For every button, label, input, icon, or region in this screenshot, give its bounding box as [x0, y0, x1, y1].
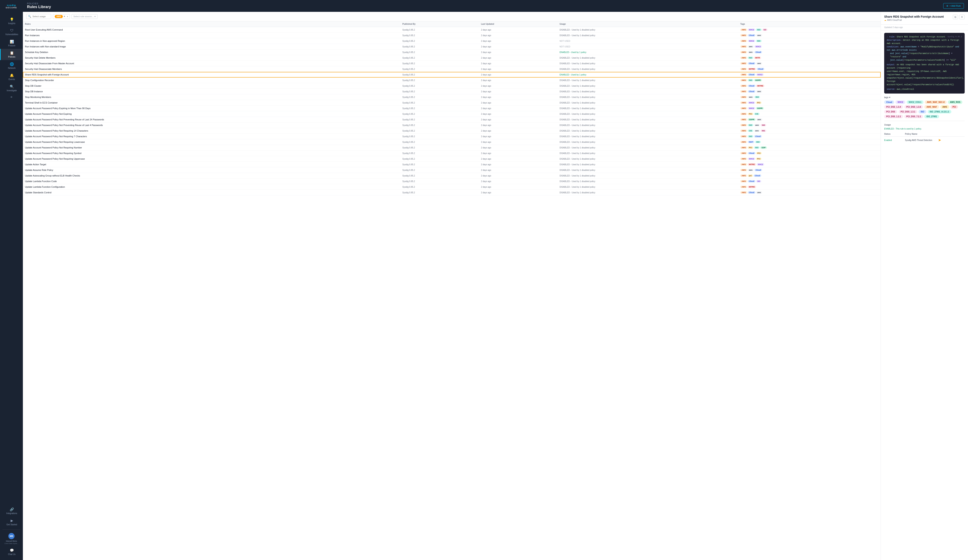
table-row[interactable]: Update Account Password Policy Not Preve…: [23, 117, 881, 122]
table-row[interactable]: Update Account Password Policy Not Requi…: [23, 139, 881, 145]
sidebar-item-events[interactable]: 🔔 Events: [0, 71, 23, 83]
rule-name[interactable]: Update Lambda Function Configuration: [23, 184, 400, 190]
table-row[interactable]: Root User Executing AWS Command Sysdig 0…: [23, 27, 881, 33]
rule-name[interactable]: Stop DB Cluster: [23, 83, 400, 89]
table-row[interactable]: Update Assume Role Policy Sysdig 0.85.2 …: [23, 167, 881, 173]
table-row[interactable]: Run Instances with Non-standard Image Sy…: [23, 44, 881, 50]
sidebar-item-policies[interactable]: 📋 Policies: [0, 49, 23, 60]
usage: DISABLED - Used by 1 disabled policy: [557, 27, 738, 33]
rule-name[interactable]: Run Instances in Non-approved Region: [23, 38, 400, 44]
user-avatar-item[interactable]: MB Manuel Beira Crest Data Syste...: [0, 531, 23, 546]
vulnerabilities-icon: 🛡: [10, 29, 13, 32]
rule-name[interactable]: Run Instances with Non-standard Image: [23, 44, 400, 50]
posture-icon: 📊: [10, 40, 14, 44]
dropdown-arrow-icon[interactable]: ▾: [67, 15, 68, 18]
table-panel: 🔍 AWS ✕ ▾ Select rule source... ▾: [23, 12, 881, 560]
rule-name[interactable]: Update Assume Role Policy: [23, 167, 400, 173]
last-updated: 2 days ago: [479, 38, 557, 44]
rule-name[interactable]: Root User Executing AWS Command: [23, 27, 400, 33]
rule-name[interactable]: Update Account Password Policy Not Requi…: [23, 139, 400, 145]
table-row[interactable]: Update Lambda Function Configuration Sys…: [23, 184, 881, 190]
table-row[interactable]: Update Account Password Policy Not Preve…: [23, 122, 881, 128]
rule-name[interactable]: Update Standards Control: [23, 190, 400, 195]
table-row[interactable]: Update Action Target Sysdig 0.85.2 2 day…: [23, 162, 881, 167]
search-box[interactable]: 🔍: [26, 14, 51, 19]
rule-name[interactable]: Update Account Password Policy Not Requi…: [23, 156, 400, 162]
rule-name[interactable]: Update Lambda Function Code: [23, 178, 400, 184]
add-rule-button[interactable]: ⊕ + Add Rule: [943, 3, 964, 9]
policy-row[interactable]: Enabled Sysdig AWS Threat Detection ➤: [884, 137, 965, 144]
usage-section: Usage ENABLED - This rule is used by 1 p…: [884, 121, 965, 144]
table-row[interactable]: Stop Configuration Recorder Sysdig 0.85.…: [23, 78, 881, 83]
sidebar-item-network[interactable]: 🌐 Network: [0, 60, 23, 71]
copy-button[interactable]: ⧉: [953, 15, 958, 19]
rule-name[interactable]: Update Account Password Policy Not Requi…: [23, 128, 400, 134]
tag-chip: aws: [748, 96, 754, 98]
table-row[interactable]: Update Account Password Policy Expiring …: [23, 106, 881, 111]
detail-tag: PCI: [951, 105, 958, 109]
sidebar-item-vulnerabilities[interactable]: 🛡 Vulnerabilities: [0, 26, 23, 38]
rule-name[interactable]: Update Account Password Policy Not Requi…: [23, 145, 400, 150]
table-row[interactable]: Update Account Password Policy Not Requi…: [23, 150, 881, 156]
rule-name[interactable]: Security Hub Disassociate Members: [23, 66, 400, 72]
rule-source-select[interactable]: Select rule source... ▾: [71, 14, 98, 19]
tag-chip: ISO: [756, 40, 762, 42]
rule-name[interactable]: Schedule Key Deletion: [23, 50, 400, 55]
tags-cell: AWSISOawsNIS: [738, 122, 881, 128]
sidebar-item-chat[interactable]: 💬 Chat Us: [0, 546, 23, 558]
tag-chip: aws: [756, 118, 762, 121]
table-row[interactable]: Update Account Password Policy Not Requi…: [23, 134, 881, 139]
detail-source: ☁ AWS CloudTrail: [884, 19, 902, 21]
rule-name[interactable]: Update Account Password Policy Not Preve…: [23, 117, 400, 122]
table-row[interactable]: Security Hub Disassociate From Master Ac…: [23, 61, 881, 66]
table-row[interactable]: Update Account Password Policy Not Requi…: [23, 145, 881, 150]
table-row[interactable]: Schedule Key Deletion Sysdig 0.85.2 2 da…: [23, 50, 881, 55]
last-updated: 2 days ago: [479, 27, 557, 33]
sidebar-item-investigate[interactable]: 🔍 Investigate: [0, 83, 23, 94]
rule-name[interactable]: Security Hub Disassociate From Master Ac…: [23, 61, 400, 66]
table-row[interactable]: Run Instances Sysdig 0.85.2 2 days ago D…: [23, 33, 881, 38]
rule-name[interactable]: Share RDS Snapshot with Foreign Account: [23, 72, 400, 78]
rule-name[interactable]: Update Account Password Policy Expiring …: [23, 106, 400, 111]
table-row[interactable]: Security Hub Delete Members Sysdig 0.85.…: [23, 55, 881, 61]
rule-name[interactable]: Update Action Target: [23, 162, 400, 167]
table-row[interactable]: Update Lambda Function Code Sysdig 0.85.…: [23, 178, 881, 184]
rule-name[interactable]: Update Account Password Policy Not Expir…: [23, 111, 400, 117]
rule-name[interactable]: Run Instances: [23, 33, 400, 38]
rule-name[interactable]: Update Account Password Policy Not Requi…: [23, 134, 400, 139]
rule-name[interactable]: Update Autoscaling Group without ELB Hea…: [23, 173, 400, 178]
publisher: Sysdig 0.85.2: [400, 83, 479, 89]
table-row[interactable]: Stop DB Cluster Sysdig 0.85.2 2 days ago…: [23, 83, 881, 89]
sidebar-item-posture[interactable]: 📊 Posture: [0, 38, 23, 49]
close-button[interactable]: ✕: [959, 15, 965, 19]
rule-name[interactable]: Stop Monitoring Members: [23, 94, 400, 100]
detail-tag: PCl_DSS_1.3.1: [898, 110, 917, 114]
tags-section-toggle[interactable]: tags ▾: [884, 96, 965, 99]
rule-name[interactable]: Stop Configuration Recorder: [23, 78, 400, 83]
table-row[interactable]: Update Account Password Policy Not Requi…: [23, 128, 881, 134]
rule-name[interactable]: Security Hub Delete Members: [23, 55, 400, 61]
collapse-button[interactable]: «: [9, 94, 14, 100]
remove-aws-tag-button[interactable]: ✕: [64, 15, 65, 17]
usage: DISABLED - Used by 1 disabled policy: [557, 139, 738, 145]
rule-name[interactable]: Terminal Shell in ECS Container: [23, 100, 400, 106]
table-header-row: Rules Published By Last Updated Usage Ta…: [23, 21, 881, 27]
table-row[interactable]: Stop DB Instance Sysdig 0.85.2 2 days ag…: [23, 89, 881, 94]
table-row[interactable]: Update Account Password Policy Not Requi…: [23, 156, 881, 162]
table-row[interactable]: Update Autoscaling Group without ELB Hea…: [23, 173, 881, 178]
sidebar-item-label: Get Started: [7, 524, 17, 526]
table-row[interactable]: Share RDS Snapshot with Foreign Account …: [23, 72, 881, 78]
table-row[interactable]: Security Hub Disassociate Members Sysdig…: [23, 66, 881, 72]
rule-name[interactable]: Stop DB Instance: [23, 89, 400, 94]
rule-name[interactable]: Update Account Password Policy Not Preve…: [23, 122, 400, 128]
table-row[interactable]: Run Instances in Non-approved Region Sys…: [23, 38, 881, 44]
sidebar-item-integrations[interactable]: 🔗 Integrations: [0, 505, 23, 517]
rule-name[interactable]: Update Account Password Policy Not Requi…: [23, 150, 400, 156]
table-row[interactable]: Stop Monitoring Members Sysdig 0.85.2 2 …: [23, 94, 881, 100]
sidebar-item-insights[interactable]: 💡 Insights: [0, 15, 23, 26]
search-input[interactable]: [32, 15, 49, 18]
sidebar-item-get-started[interactable]: ▶ Get Started: [0, 517, 23, 528]
table-row[interactable]: Terminal Shell in ECS Container Sysdig 0…: [23, 100, 881, 106]
table-row[interactable]: Update Account Password Policy Not Expir…: [23, 111, 881, 117]
table-row[interactable]: Update Standards Control Sysdig 0.85.2 2…: [23, 190, 881, 195]
